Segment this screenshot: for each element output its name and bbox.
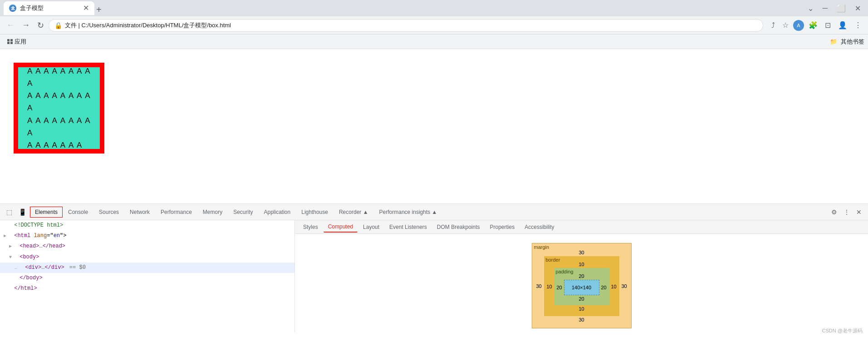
devtools-more-icon[interactable]: ⋮ (841, 207, 853, 218)
close-button[interactable]: ✕ (851, 2, 864, 15)
bookmarks-bar: 应用 📁 其他书签 (0, 35, 868, 49)
accessibility-label: Accessibility (525, 224, 554, 230)
border-top-val: 10 (579, 262, 584, 267)
toolbar-right: ⤴ ☆ A 🧩 ⊡ 👤 ⋮ (769, 19, 864, 31)
tab-memory[interactable]: Memory (197, 206, 228, 218)
padding-box: padding 20 20 (554, 268, 609, 305)
tab-favicon-letter: 盒 (11, 5, 15, 11)
chevron-down-icon[interactable]: ⌄ (804, 2, 817, 15)
box-text-content: A A A A A A A A A A A A A A A A A A A A … (27, 65, 91, 151)
tab-area: 盒 盒子模型 ✕ + (4, 1, 800, 15)
tab-security[interactable]: Security (228, 206, 258, 218)
tab-event-listeners[interactable]: Event Listeners (385, 222, 432, 232)
network-tab-label: Network (130, 209, 150, 215)
tab-perf-insights[interactable]: Performance insights ▲ (374, 206, 443, 218)
box-model-container: margin 30 30 bor (532, 243, 632, 328)
inspect-element-icon[interactable]: ⬚ (4, 207, 15, 218)
devtools-panel: ⬚ 📱 Elements Console Sources Network Per… (0, 203, 868, 332)
tab-performance[interactable]: Performance (155, 206, 197, 218)
border-left-val: 10 (545, 284, 554, 289)
tab-lighthouse[interactable]: Lighthouse (296, 206, 333, 218)
grid-dot (7, 42, 10, 44)
application-tab-label: Application (264, 209, 291, 215)
dom-line-body-close: </body> (0, 273, 294, 283)
tab-console[interactable]: Console (63, 206, 93, 218)
extensions-icon[interactable]: 🧩 (806, 19, 820, 31)
margin-top-val: 30 (579, 250, 584, 255)
padding-middle-row: 20 140×140 20 (555, 280, 608, 295)
tab-computed[interactable]: Computed (324, 222, 358, 233)
dom-line-body: ▼ <body> (0, 252, 294, 263)
border-box-label: border (546, 257, 560, 263)
address-bar[interactable]: 🔒 文件 | C:/Users/Administrator/Desktop/HT… (49, 19, 763, 32)
account-icon[interactable]: 👤 (835, 19, 850, 31)
dom-gutter: … (15, 264, 22, 272)
margin-right-val: 30 (619, 283, 629, 289)
right-panel: Styles Computed Layout Event Listeners D… (295, 220, 868, 332)
tab-elements[interactable]: Elements (30, 207, 63, 218)
lighthouse-tab-label: Lighthouse (301, 209, 328, 215)
tab-dom-breakpoints[interactable]: DOM Breakpoints (432, 222, 485, 232)
tab-properties[interactable]: Properties (485, 222, 520, 232)
dom-gutter: ▼ (9, 254, 16, 261)
computed-label: Computed (328, 223, 353, 230)
sources-tab-label: Sources (99, 209, 119, 215)
tab-application[interactable]: Application (259, 206, 296, 218)
reload-button[interactable]: ↻ (34, 19, 47, 32)
devtools-settings-icon[interactable]: ⚙ (829, 207, 840, 218)
tab-close-button[interactable]: ✕ (83, 5, 89, 12)
maximize-button[interactable]: ⬜ (833, 2, 849, 15)
border-box: border 10 10 (544, 256, 619, 316)
bookmark-icon[interactable]: ☆ (780, 19, 791, 31)
elements-tab-label: Elements (35, 209, 58, 215)
dom-body-close-tag: </body> (20, 275, 42, 281)
perf-insights-tab-label: Performance insights ▲ (379, 209, 437, 215)
lock-icon: 🔒 (54, 22, 62, 29)
minimize-button[interactable]: ─ (819, 2, 831, 15)
tab-styles[interactable]: Styles (299, 222, 323, 232)
apps-grid-icon (7, 39, 13, 45)
devtools-right-controls: ⚙ ⋮ ✕ (829, 207, 864, 218)
dom-equals: =" (47, 233, 53, 239)
grid-dot (10, 39, 13, 41)
dom-line-html-close: </html> (0, 283, 294, 294)
styles-label: Styles (303, 224, 318, 230)
new-tab-button[interactable]: + (96, 5, 102, 15)
dom-gutter: ▶ (9, 243, 16, 250)
tab-network[interactable]: Network (124, 206, 155, 218)
security-tab-label: Security (233, 209, 253, 215)
properties-label: Properties (490, 224, 515, 230)
apps-label: 应用 (15, 38, 26, 46)
devtools-close-icon[interactable]: ✕ (853, 207, 864, 218)
device-toolbar-icon[interactable]: 📱 (16, 207, 29, 218)
tab-layout[interactable]: Layout (358, 222, 384, 232)
profile-icon[interactable]: A (793, 20, 804, 31)
dom-line-div[interactable]: … <div>…</div> == $0 (0, 263, 294, 273)
window-controls: ⌄ ─ ⬜ ✕ (804, 2, 864, 15)
border-bottom-val: 10 (579, 306, 584, 312)
margin-box-label: margin (534, 244, 549, 250)
dom-div-close: </div> (44, 264, 64, 271)
tab-sources[interactable]: Sources (93, 206, 124, 218)
padding-box-label: padding (556, 269, 574, 274)
forward-button[interactable]: → (19, 19, 33, 32)
menu-icon[interactable]: ⋮ (852, 19, 864, 31)
other-bookmarks-label: 其他书签 (841, 38, 864, 45)
dom-div-tag: <div> (25, 264, 41, 271)
computed-panel: margin 30 30 bor (295, 234, 868, 332)
styles-tabs: Styles Computed Layout Event Listeners D… (295, 220, 868, 234)
apps-button[interactable]: 应用 (4, 36, 30, 48)
margin-box: margin 30 30 bor (532, 243, 632, 328)
tab-recorder[interactable]: Recorder ▲ (333, 206, 374, 218)
back-button[interactable]: ← (4, 19, 17, 32)
share-icon[interactable]: ⤴ (769, 20, 778, 31)
performance-tab-label: Performance (161, 209, 192, 215)
dom-gutter: ▶ (4, 233, 11, 240)
split-screen-icon[interactable]: ⊡ (822, 19, 834, 31)
tab-accessibility[interactable]: Accessibility (520, 222, 559, 232)
console-tab-label: Console (68, 209, 88, 215)
tab-title: 盒子模型 (20, 4, 79, 12)
border-bottom-row: 10 (545, 305, 618, 315)
dom-head-close: </head> (43, 243, 65, 249)
browser-tab[interactable]: 盒 盒子模型 ✕ (4, 1, 94, 15)
